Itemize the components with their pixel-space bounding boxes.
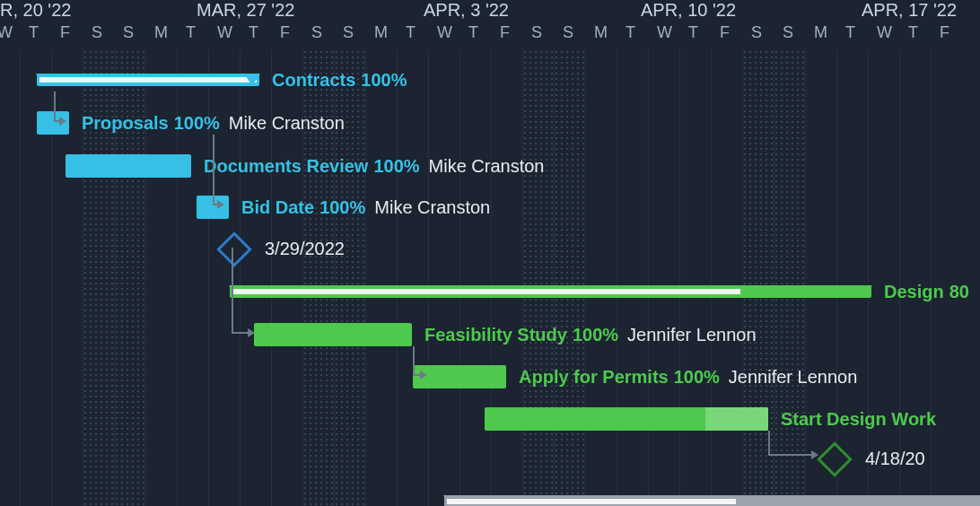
task-label: Bid Date100%Mike Cranston bbox=[241, 197, 490, 218]
gantt-row-feas: Feasibility Study100%Jennifer Lennon bbox=[0, 319, 980, 350]
date-header: R, 20 '22 bbox=[0, 0, 71, 21]
dow-label: S bbox=[343, 23, 354, 42]
dow-label: S bbox=[311, 23, 322, 42]
dow-label: M bbox=[374, 23, 388, 42]
gantt-row-design: Design80 bbox=[0, 276, 980, 307]
gantt-row-ms2: 4/18/20 bbox=[0, 443, 980, 474]
gantt-row-proposals: Proposals100%Mike Cranston bbox=[0, 108, 980, 138]
milestone-label: 3/29/2022 bbox=[265, 239, 345, 259]
dow-label: S bbox=[783, 23, 793, 42]
dow-label: S bbox=[751, 23, 762, 42]
gantt-row-ms1: 3/29/2022 bbox=[0, 233, 980, 264]
dow-label: T bbox=[908, 23, 918, 42]
gantt-row-last: Pr bbox=[0, 486, 980, 506]
dow-label: T bbox=[29, 23, 39, 42]
task-bar[interactable] bbox=[66, 154, 191, 178]
dow-label: M bbox=[154, 23, 168, 42]
dow-label: T bbox=[186, 23, 196, 42]
date-header: APR, 17 '22 bbox=[862, 0, 957, 21]
dow-label: F bbox=[500, 23, 510, 42]
dow-label: F bbox=[940, 23, 949, 42]
date-header: APR, 3 '22 bbox=[424, 0, 509, 21]
dow-label: W bbox=[877, 23, 892, 42]
dow-label: M bbox=[594, 23, 608, 42]
summary-bar[interactable] bbox=[230, 285, 871, 298]
gantt-row-contracts: Contracts100% bbox=[0, 65, 980, 95]
milestone-icon[interactable] bbox=[216, 231, 252, 267]
task-label: Feasibility Study100%Jennifer Lennon bbox=[424, 325, 757, 345]
milestone-icon[interactable] bbox=[817, 441, 853, 477]
dow-label: W bbox=[437, 23, 452, 42]
dow-label: T bbox=[688, 23, 698, 42]
date-header: APR, 10 '22 bbox=[641, 0, 736, 21]
gantt-row-biddate: Bid Date100%Mike Cranston bbox=[0, 192, 980, 222]
task-label: Proposals100%Mike Cranston bbox=[82, 113, 345, 134]
dow-label: T bbox=[249, 23, 258, 42]
dow-label: W bbox=[217, 23, 232, 42]
gantt-chart[interactable]: R, 20 '22MAR, 27 '22APR, 3 '22APR, 10 '2… bbox=[0, 0, 980, 506]
task-label: Design80 bbox=[884, 282, 969, 302]
date-header: MAR, 27 '22 bbox=[197, 0, 294, 21]
gantt-row-permits: Apply for Permits100%Jennifer Lennon bbox=[0, 362, 980, 392]
gantt-row-startdesign: Start Design Work bbox=[0, 404, 980, 434]
dow-label: M bbox=[814, 23, 827, 42]
dow-label: T bbox=[468, 23, 478, 42]
dow-label: S bbox=[92, 23, 102, 42]
task-label: Documents Review100%Mike Cranston bbox=[204, 156, 544, 177]
gantt-row-docreview: Documents Review100%Mike Cranston bbox=[0, 151, 980, 181]
dow-label: F bbox=[720, 23, 730, 42]
dow-label: S bbox=[123, 23, 134, 42]
gantt-rows: Contracts100%Proposals100%Mike CranstonD… bbox=[0, 56, 980, 506]
summary-bar[interactable] bbox=[37, 74, 259, 86]
task-label: Start Design Work bbox=[781, 409, 936, 430]
task-label: Apply for Permits100%Jennifer Lennon bbox=[519, 367, 857, 388]
dow-label: S bbox=[531, 23, 542, 42]
milestone-label: 4/18/20 bbox=[865, 449, 925, 469]
task-bar[interactable] bbox=[485, 407, 768, 431]
summary-bar[interactable] bbox=[444, 495, 980, 506]
dow-label: T bbox=[845, 23, 855, 42]
dow-label: T bbox=[406, 23, 416, 42]
dow-label: W bbox=[0, 23, 13, 42]
dow-label: F bbox=[60, 23, 70, 42]
dow-label: W bbox=[657, 23, 672, 42]
timeline-header: R, 20 '22MAR, 27 '22APR, 3 '22APR, 10 '2… bbox=[0, 0, 980, 49]
date-row: R, 20 '22MAR, 27 '22APR, 3 '22APR, 10 '2… bbox=[0, 0, 980, 22]
day-of-week-row: WTFSSMTWTFSSMTWTFSSMTWTFSSMTWTF bbox=[0, 23, 980, 45]
dow-label: T bbox=[626, 23, 635, 42]
task-bar[interactable] bbox=[254, 323, 412, 346]
task-label: Contracts100% bbox=[272, 70, 407, 91]
dow-label: F bbox=[280, 23, 290, 42]
dow-label: S bbox=[563, 23, 573, 42]
